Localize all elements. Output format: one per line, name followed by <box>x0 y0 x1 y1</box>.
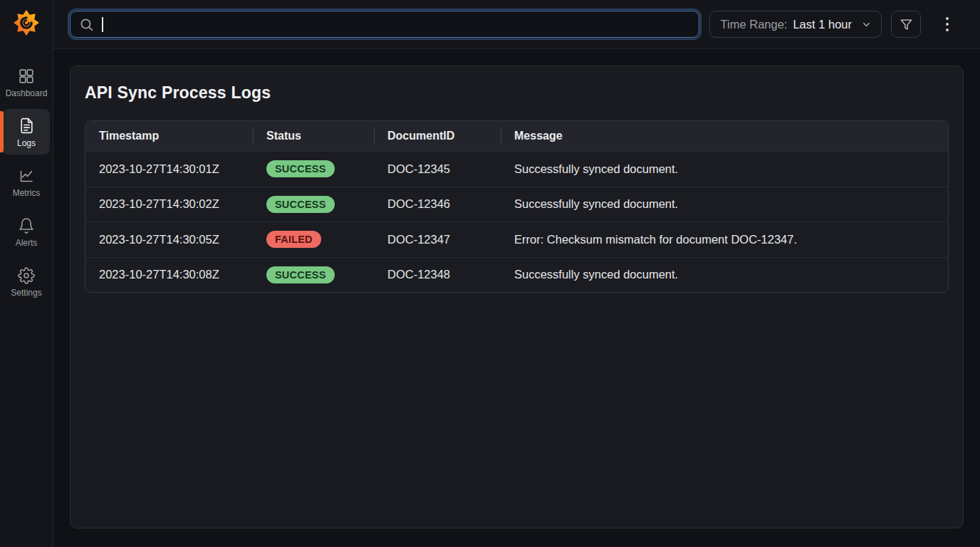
search-input[interactable] <box>108 18 690 31</box>
search-box[interactable] <box>70 11 699 38</box>
sidebar-item-metrics[interactable]: Metrics <box>3 159 50 204</box>
logs-table: Timestamp Status DocumentID Message 2023… <box>85 120 949 293</box>
logs-document-icon <box>18 117 36 135</box>
message-cell: Successfully synced document. <box>501 162 948 176</box>
document-id-cell: DOC-12345 <box>374 162 501 176</box>
kebab-dot <box>946 28 949 31</box>
status-badge: SUCCESS <box>266 196 335 213</box>
status-cell: SUCCESS <box>253 266 374 283</box>
status-cell: SUCCESS <box>253 160 374 177</box>
alerts-bell-icon <box>18 217 35 235</box>
sidebar-item-label: Logs <box>17 139 36 147</box>
kebab-dot <box>946 17 949 20</box>
status-cell: FAILED <box>253 231 374 248</box>
text-cursor <box>102 17 103 32</box>
filter-funnel-icon <box>900 18 913 31</box>
time-range-label: Time Range: <box>721 18 788 31</box>
sidebar-item-dashboard[interactable]: Dashboard <box>3 59 50 105</box>
table-row[interactable]: 2023-10-27T14:30:08Z SUCCESS DOC-12348 S… <box>85 257 948 293</box>
sidebar: Dashboard Logs <box>0 0 53 547</box>
content-area: API Sync Process Logs Timestamp Status D… <box>53 49 980 547</box>
dashboard-grid-icon <box>18 67 35 85</box>
sidebar-item-label: Alerts <box>16 239 38 247</box>
status-badge: SUCCESS <box>266 266 335 283</box>
message-cell: Error: Checksum mismatch for document DO… <box>501 233 948 246</box>
message-cell: Successfully synced document. <box>501 268 948 281</box>
document-id-cell: DOC-12348 <box>374 268 501 281</box>
time-range-value: Last 1 hour <box>793 18 852 31</box>
search-icon <box>79 17 94 32</box>
status-cell: SUCCESS <box>253 196 374 213</box>
column-header-message[interactable]: Message <box>501 121 948 151</box>
filter-button[interactable] <box>891 11 921 38</box>
grafana-logo[interactable] <box>13 9 40 36</box>
panel-title: API Sync Process Logs <box>85 83 949 103</box>
sidebar-item-alerts[interactable]: Alerts <box>3 209 50 254</box>
chevron-down-icon <box>861 19 872 30</box>
settings-gear-icon <box>18 266 35 285</box>
metrics-chart-icon <box>18 167 35 185</box>
topbar: Time Range: Last 1 hour <box>53 0 980 49</box>
document-id-cell: DOC-12346 <box>374 197 501 211</box>
timestamp-cell: 2023-10-27T14:30:02Z <box>85 197 253 211</box>
grafana-flame-icon <box>13 9 40 36</box>
timestamp-cell: 2023-10-27T14:30:05Z <box>85 233 253 246</box>
sidebar-item-settings[interactable]: Settings <box>3 259 50 304</box>
table-row[interactable]: 2023-10-27T14:30:01Z SUCCESS DOC-12345 S… <box>85 151 948 187</box>
table-header-row: Timestamp Status DocumentID Message <box>85 121 948 151</box>
sidebar-item-label: Dashboard <box>6 89 48 98</box>
sidebar-item-logs[interactable]: Logs <box>3 109 50 155</box>
column-header-documentid[interactable]: DocumentID <box>374 121 501 151</box>
timestamp-cell: 2023-10-27T14:30:08Z <box>85 268 253 281</box>
column-header-status[interactable]: Status <box>253 121 374 151</box>
logs-panel: API Sync Process Logs Timestamp Status D… <box>70 66 964 528</box>
sidebar-item-label: Settings <box>11 288 41 297</box>
table-row[interactable]: 2023-10-27T14:30:05Z FAILED DOC-12347 Er… <box>85 222 948 257</box>
status-badge: FAILED <box>266 231 321 248</box>
sidebar-item-label: Metrics <box>13 189 41 197</box>
table-row[interactable]: 2023-10-27T14:30:02Z SUCCESS DOC-12346 S… <box>85 187 948 222</box>
app-window: Dashboard Logs <box>0 0 980 547</box>
sidebar-nav: Dashboard Logs <box>0 59 53 304</box>
document-id-cell: DOC-12347 <box>374 233 501 246</box>
status-badge: SUCCESS <box>266 160 335 177</box>
kebab-menu-button[interactable] <box>936 11 959 38</box>
time-range-dropdown[interactable]: Time Range: Last 1 hour <box>709 11 882 38</box>
main-area: Time Range: Last 1 hour <box>53 0 980 547</box>
timestamp-cell: 2023-10-27T14:30:01Z <box>85 162 253 176</box>
column-header-timestamp[interactable]: Timestamp <box>85 121 253 151</box>
kebab-dot <box>946 23 949 26</box>
message-cell: Successfully synced document. <box>501 197 948 211</box>
